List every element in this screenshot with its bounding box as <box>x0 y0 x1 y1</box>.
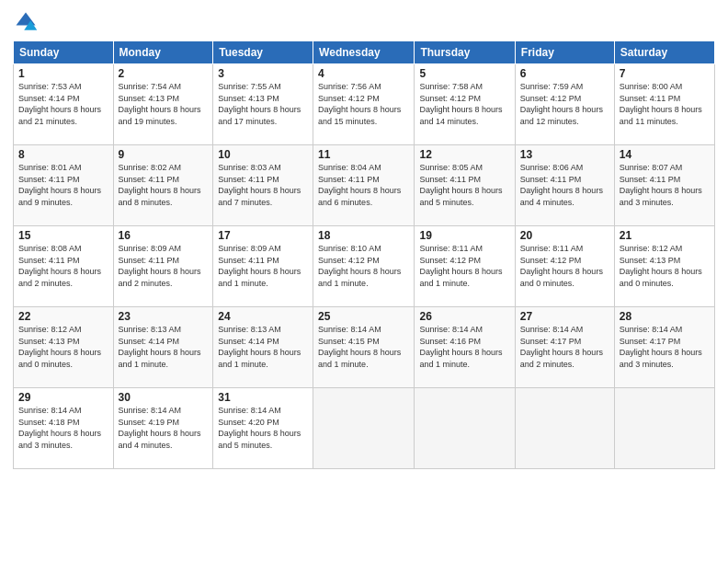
calendar-body: 1Sunrise: 7:53 AMSunset: 4:14 PMDaylight… <box>14 64 715 469</box>
day-number: 14 <box>620 148 710 161</box>
day-number: 7 <box>620 67 710 80</box>
header <box>13 9 715 35</box>
day-info: Sunrise: 8:11 AMSunset: 4:12 PMDaylight … <box>419 244 502 288</box>
day-info: Sunrise: 8:13 AMSunset: 4:14 PMDaylight … <box>218 325 301 369</box>
day-number: 17 <box>218 229 308 242</box>
day-info: Sunrise: 8:01 AMSunset: 4:11 PMDaylight … <box>18 163 101 207</box>
calendar-cell: 22Sunrise: 8:12 AMSunset: 4:13 PMDayligh… <box>14 307 114 388</box>
day-info: Sunrise: 8:02 AMSunset: 4:11 PMDaylight … <box>119 163 201 207</box>
calendar-cell: 2Sunrise: 7:54 AMSunset: 4:13 PMDaylight… <box>113 64 213 145</box>
calendar-cell <box>515 388 614 469</box>
day-info: Sunrise: 8:05 AMSunset: 4:11 PMDaylight … <box>419 163 502 207</box>
calendar-cell: 28Sunrise: 8:14 AMSunset: 4:17 PMDayligh… <box>614 307 714 388</box>
calendar-cell: 3Sunrise: 7:55 AMSunset: 4:13 PMDaylight… <box>213 64 313 145</box>
day-info: Sunrise: 7:55 AMSunset: 4:13 PMDaylight … <box>218 82 301 126</box>
calendar: SundayMondayTuesdayWednesdayThursdayFrid… <box>13 40 715 469</box>
day-number: 12 <box>419 148 509 161</box>
calendar-cell <box>614 388 714 469</box>
calendar-cell: 7Sunrise: 8:00 AMSunset: 4:11 PMDaylight… <box>614 64 714 145</box>
day-info: Sunrise: 8:14 AMSunset: 4:20 PMDaylight … <box>218 406 301 450</box>
calendar-cell: 15Sunrise: 8:08 AMSunset: 4:11 PMDayligh… <box>14 226 114 307</box>
calendar-header-thursday: Thursday <box>415 41 515 64</box>
calendar-cell: 30Sunrise: 8:14 AMSunset: 4:19 PMDayligh… <box>113 388 213 469</box>
calendar-cell: 20Sunrise: 8:11 AMSunset: 4:12 PMDayligh… <box>515 226 614 307</box>
calendar-cell: 26Sunrise: 8:14 AMSunset: 4:16 PMDayligh… <box>415 307 515 388</box>
calendar-cell: 12Sunrise: 8:05 AMSunset: 4:11 PMDayligh… <box>415 145 515 226</box>
day-info: Sunrise: 8:14 AMSunset: 4:15 PMDaylight … <box>318 325 401 369</box>
day-number: 10 <box>218 148 308 161</box>
day-number: 23 <box>119 310 209 323</box>
day-number: 9 <box>119 148 209 161</box>
day-info: Sunrise: 8:09 AMSunset: 4:11 PMDaylight … <box>218 244 301 288</box>
day-number: 19 <box>419 229 509 242</box>
calendar-cell: 14Sunrise: 8:07 AMSunset: 4:11 PMDayligh… <box>614 145 714 226</box>
calendar-week-2: 8Sunrise: 8:01 AMSunset: 4:11 PMDaylight… <box>14 145 715 226</box>
calendar-cell: 6Sunrise: 7:59 AMSunset: 4:12 PMDaylight… <box>515 64 614 145</box>
day-info: Sunrise: 7:53 AMSunset: 4:14 PMDaylight … <box>18 82 101 126</box>
day-number: 31 <box>218 391 308 404</box>
calendar-header-saturday: Saturday <box>614 41 714 64</box>
day-number: 4 <box>318 67 409 80</box>
calendar-cell: 16Sunrise: 8:09 AMSunset: 4:11 PMDayligh… <box>113 226 213 307</box>
day-info: Sunrise: 8:13 AMSunset: 4:14 PMDaylight … <box>119 325 201 369</box>
day-number: 29 <box>18 391 108 404</box>
day-number: 22 <box>18 310 108 323</box>
day-info: Sunrise: 8:06 AMSunset: 4:11 PMDaylight … <box>520 163 603 207</box>
day-number: 2 <box>119 67 209 80</box>
day-info: Sunrise: 7:56 AMSunset: 4:12 PMDaylight … <box>318 82 401 126</box>
day-info: Sunrise: 8:10 AMSunset: 4:12 PMDaylight … <box>318 244 401 288</box>
day-info: Sunrise: 7:54 AMSunset: 4:13 PMDaylight … <box>119 82 201 126</box>
calendar-cell: 5Sunrise: 7:58 AMSunset: 4:12 PMDaylight… <box>415 64 515 145</box>
day-number: 13 <box>520 148 609 161</box>
calendar-header-wednesday: Wednesday <box>313 41 415 64</box>
day-info: Sunrise: 8:14 AMSunset: 4:17 PMDaylight … <box>620 325 702 369</box>
day-number: 30 <box>119 391 209 404</box>
day-number: 25 <box>318 310 409 323</box>
day-number: 16 <box>119 229 209 242</box>
day-number: 24 <box>218 310 308 323</box>
calendar-cell: 9Sunrise: 8:02 AMSunset: 4:11 PMDaylight… <box>113 145 213 226</box>
calendar-header-friday: Friday <box>515 41 614 64</box>
day-info: Sunrise: 8:14 AMSunset: 4:16 PMDaylight … <box>419 325 502 369</box>
calendar-cell: 24Sunrise: 8:13 AMSunset: 4:14 PMDayligh… <box>213 307 313 388</box>
day-info: Sunrise: 8:08 AMSunset: 4:11 PMDaylight … <box>18 244 101 288</box>
day-number: 3 <box>218 67 308 80</box>
logo-icon <box>13 9 39 35</box>
calendar-week-3: 15Sunrise: 8:08 AMSunset: 4:11 PMDayligh… <box>14 226 715 307</box>
calendar-cell: 19Sunrise: 8:11 AMSunset: 4:12 PMDayligh… <box>415 226 515 307</box>
day-number: 15 <box>18 229 108 242</box>
day-info: Sunrise: 8:04 AMSunset: 4:11 PMDaylight … <box>318 163 401 207</box>
day-info: Sunrise: 8:14 AMSunset: 4:17 PMDaylight … <box>520 325 603 369</box>
calendar-cell: 18Sunrise: 8:10 AMSunset: 4:12 PMDayligh… <box>313 226 415 307</box>
day-info: Sunrise: 8:14 AMSunset: 4:19 PMDaylight … <box>119 406 201 450</box>
day-info: Sunrise: 7:59 AMSunset: 4:12 PMDaylight … <box>520 82 603 126</box>
calendar-week-5: 29Sunrise: 8:14 AMSunset: 4:18 PMDayligh… <box>14 388 715 469</box>
calendar-cell <box>415 388 515 469</box>
day-info: Sunrise: 8:03 AMSunset: 4:11 PMDaylight … <box>218 163 301 207</box>
calendar-cell: 27Sunrise: 8:14 AMSunset: 4:17 PMDayligh… <box>515 307 614 388</box>
day-number: 5 <box>419 67 509 80</box>
day-number: 20 <box>520 229 609 242</box>
calendar-cell: 29Sunrise: 8:14 AMSunset: 4:18 PMDayligh… <box>14 388 114 469</box>
day-number: 21 <box>620 229 710 242</box>
calendar-cell <box>313 388 415 469</box>
calendar-header-sunday: Sunday <box>14 41 114 64</box>
day-number: 26 <box>419 310 509 323</box>
day-info: Sunrise: 8:12 AMSunset: 4:13 PMDaylight … <box>620 244 702 288</box>
calendar-header-tuesday: Tuesday <box>213 41 313 64</box>
calendar-cell: 13Sunrise: 8:06 AMSunset: 4:11 PMDayligh… <box>515 145 614 226</box>
calendar-cell: 21Sunrise: 8:12 AMSunset: 4:13 PMDayligh… <box>614 226 714 307</box>
day-info: Sunrise: 7:58 AMSunset: 4:12 PMDaylight … <box>419 82 502 126</box>
day-info: Sunrise: 8:12 AMSunset: 4:13 PMDaylight … <box>18 325 101 369</box>
calendar-cell: 8Sunrise: 8:01 AMSunset: 4:11 PMDaylight… <box>14 145 114 226</box>
calendar-header-monday: Monday <box>113 41 213 64</box>
calendar-week-4: 22Sunrise: 8:12 AMSunset: 4:13 PMDayligh… <box>14 307 715 388</box>
day-info: Sunrise: 8:11 AMSunset: 4:12 PMDaylight … <box>520 244 603 288</box>
calendar-week-1: 1Sunrise: 7:53 AMSunset: 4:14 PMDaylight… <box>14 64 715 145</box>
calendar-cell: 25Sunrise: 8:14 AMSunset: 4:15 PMDayligh… <box>313 307 415 388</box>
day-number: 1 <box>18 67 108 80</box>
day-number: 8 <box>18 148 108 161</box>
calendar-cell: 31Sunrise: 8:14 AMSunset: 4:20 PMDayligh… <box>213 388 313 469</box>
calendar-cell: 4Sunrise: 7:56 AMSunset: 4:12 PMDaylight… <box>313 64 415 145</box>
day-number: 6 <box>520 67 609 80</box>
